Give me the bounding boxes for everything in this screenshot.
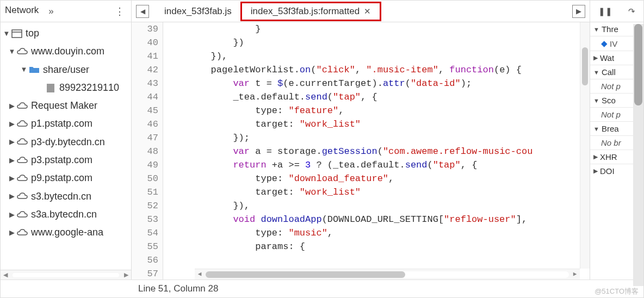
tree-item[interactable]: ▶Request Maker: [1, 97, 131, 115]
tree-item-label: s3a.bytecdn.cn: [31, 206, 97, 223]
line-number[interactable]: 51: [136, 185, 158, 199]
folder-icon: [28, 65, 41, 74]
expand-icon[interactable]: ▶: [8, 100, 16, 113]
editor-tab-bar: ◀ index_53f3fab.js index_53f3fab.js:form…: [132, 1, 590, 22]
tree-item-label: top: [26, 24, 39, 42]
line-number[interactable]: 48: [136, 145, 158, 158]
cloud-icon: [16, 138, 29, 146]
tree-item-label: Request Maker: [31, 97, 97, 115]
expand-icon[interactable]: ▶: [8, 208, 16, 221]
tree-item[interactable]: ▶p3.pstatp.com: [1, 151, 131, 169]
line-number[interactable]: 45: [136, 104, 158, 117]
line-gutter: 39404142434445464748495051525354555657: [132, 22, 163, 280]
expand-icon[interactable]: ▶: [8, 117, 16, 131]
status-bar: Line 51, Column 28: [1, 280, 643, 297]
svg-rect-2: [47, 84, 54, 92]
debugger-controls: ❚❚ ↷: [590, 1, 643, 22]
editor-vertical-scrollbar[interactable]: [580, 22, 590, 269]
tree-item[interactable]: ▶p3-dy.bytecdn.cn: [1, 133, 131, 151]
expand-icon[interactable]: ▶: [8, 190, 16, 203]
expand-icon[interactable]: ▶: [8, 226, 16, 239]
expand-icon[interactable]: ▶: [8, 135, 16, 148]
tree-item-label: p9.pstatp.com: [31, 169, 92, 187]
line-number[interactable]: 50: [136, 172, 158, 185]
line-number[interactable]: 55: [136, 240, 158, 253]
step-over-icon[interactable]: ↷: [628, 7, 635, 16]
window-icon: [10, 29, 23, 38]
watermark: @51CTO博客: [595, 287, 639, 296]
right-panel-scrollbar[interactable]: [633, 24, 643, 286]
editor-horizontal-scrollbar[interactable]: ◀ ▶: [195, 269, 580, 280]
code-content[interactable]: } }) }), pageletWorklist.on("click", ".m…: [163, 22, 590, 253]
overflow-icon[interactable]: »: [48, 6, 53, 17]
tree-item[interactable]: ▼www.douyin.com: [1, 42, 131, 60]
cloud-icon: [16, 47, 29, 56]
tree-item-label: p3.pstatp.com: [31, 151, 92, 169]
file-icon: [44, 83, 57, 93]
expand-icon[interactable]: ▼: [8, 45, 16, 58]
line-number[interactable]: 49: [136, 158, 158, 172]
close-icon[interactable]: ✕: [364, 7, 371, 16]
expand-icon[interactable]: ▶: [8, 154, 16, 167]
line-number[interactable]: 43: [136, 77, 158, 90]
resource-tree: ▼top▼www.douyin.com▼share/user8992321911…: [1, 22, 131, 270]
tree-item[interactable]: ▼top: [1, 24, 131, 42]
tree-item-label: s3.bytecdn.cn: [31, 188, 91, 206]
tree-item[interactable]: ▶s3.bytecdn.cn: [1, 188, 131, 206]
navigator-panel: Network » ⋮ ▼top▼www.douyin.com▼share/us…: [1, 1, 132, 280]
tree-item-label: share/user: [43, 61, 89, 79]
tree-item-label: p1.pstatp.com: [31, 115, 92, 133]
expand-icon[interactable]: ▼: [3, 27, 10, 40]
line-number[interactable]: 54: [136, 226, 158, 240]
cloud-icon: [16, 174, 29, 183]
scrollbar-track[interactable]: [13, 273, 119, 277]
cloud-icon: [16, 156, 29, 165]
cloud-icon: [16, 210, 29, 219]
line-number[interactable]: 40: [136, 36, 158, 49]
expand-icon[interactable]: ▼: [20, 63, 28, 76]
tree-item-label: www.google-ana: [31, 223, 103, 241]
line-number[interactable]: 41: [136, 49, 158, 63]
line-number[interactable]: 46: [136, 117, 158, 131]
pause-icon[interactable]: ❚❚: [598, 7, 612, 16]
tab-index-js[interactable]: index_53f3fab.js: [156, 2, 240, 21]
scroll-left-icon[interactable]: ◀: [1, 271, 10, 278]
tab-network[interactable]: Network: [5, 5, 39, 18]
cloud-icon: [16, 120, 29, 128]
tree-item[interactable]: ▶p1.pstatp.com: [1, 115, 131, 133]
line-number[interactable]: 57: [136, 267, 158, 281]
cloud-icon: [16, 102, 29, 110]
cursor-position: Line 51, Column 28: [138, 283, 218, 294]
scroll-right-icon[interactable]: ▶: [121, 271, 131, 278]
expand-icon[interactable]: ▶: [8, 172, 16, 185]
line-number[interactable]: 47: [136, 131, 158, 145]
horizontal-scrollbar[interactable]: ◀ ▶: [1, 270, 131, 280]
kebab-menu-icon[interactable]: ⋮: [115, 5, 125, 17]
nav-back-button[interactable]: ◀: [136, 5, 149, 18]
tree-item[interactable]: ▶www.google-ana: [1, 223, 131, 241]
panel-tab-bar: Network » ⋮: [1, 1, 131, 22]
line-number[interactable]: 42: [136, 63, 158, 77]
line-number[interactable]: 44: [136, 90, 158, 104]
svg-rect-0: [12, 30, 22, 38]
tree-item-label: p3-dy.bytecdn.cn: [31, 133, 105, 151]
line-number[interactable]: 52: [136, 199, 158, 213]
editor-panel: ◀ index_53f3fab.js index_53f3fab.js:form…: [132, 1, 590, 280]
tree-item[interactable]: ▶p9.pstatp.com: [1, 169, 131, 187]
tree-item-label: 89923219110: [59, 79, 119, 97]
tree-item-label: www.douyin.com: [31, 42, 104, 60]
tree-item[interactable]: ▶s3a.bytecdn.cn: [1, 206, 131, 223]
cloud-icon: [16, 228, 29, 237]
tree-item[interactable]: ▼share/user: [1, 61, 131, 79]
tree-item[interactable]: 89923219110: [1, 79, 131, 97]
line-number[interactable]: 39: [136, 22, 158, 36]
line-number[interactable]: 53: [136, 213, 158, 226]
tab-label: index_53f3fab.js:formatted: [251, 6, 360, 17]
line-number[interactable]: 56: [136, 253, 158, 267]
code-editor[interactable]: 39404142434445464748495051525354555657 }…: [132, 22, 590, 280]
tab-index-js-formatted[interactable]: index_53f3fab.js:formatted ✕: [240, 2, 381, 21]
run-snippet-button[interactable]: ▶: [572, 5, 585, 18]
cloud-icon: [16, 192, 29, 201]
